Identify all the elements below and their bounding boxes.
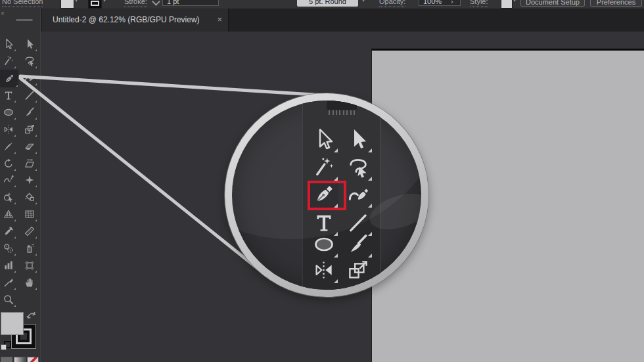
tool-pen[interactable]: [0, 70, 18, 87]
flyout-indicator-icon: [35, 101, 37, 102]
puppet-warp-icon: [3, 174, 14, 186]
tool-rotate[interactable]: [1, 156, 16, 171]
stroke-weight-chevron-icon[interactable]: [152, 0, 160, 6]
style-caret-icon[interactable]: ▾: [513, 0, 516, 6]
tool-type[interactable]: [1, 87, 16, 103]
flyout-indicator-icon: [334, 148, 338, 152]
flyout-indicator-icon: [14, 219, 16, 221]
tool-line-segment[interactable]: [22, 87, 37, 103]
tool-perspective-grid[interactable]: [1, 206, 16, 222]
hand-icon: [24, 277, 35, 288]
preferences-button[interactable]: Preferences: [590, 0, 642, 7]
tool-live-paint[interactable]: [22, 189, 37, 205]
tool-lasso[interactable]: [22, 53, 37, 69]
direct-selection-icon: [24, 38, 35, 50]
stroke-label[interactable]: Stroke:: [124, 0, 147, 7]
tool-direct-selection: [344, 125, 373, 153]
tool-curvature: [344, 181, 373, 208]
tool-mesh[interactable]: [22, 206, 37, 222]
tool-slice[interactable]: [1, 275, 16, 290]
free-transform-icon: [24, 124, 35, 135]
tool-artboard[interactable]: [22, 258, 37, 273]
variable-width-profile-select[interactable]: 5 pt. Round: [297, 0, 358, 7]
flyout-indicator-icon: [35, 185, 37, 187]
flyout-indicator-icon: [14, 237, 16, 238]
type-icon: [3, 89, 14, 101]
flyout-indicator-icon: [14, 152, 16, 154]
default-fill-stroke-icon[interactable]: [1, 341, 10, 350]
magnifier-callout: [225, 93, 428, 297]
flyout-indicator-icon: [14, 101, 16, 102]
tool-paintbrush[interactable]: [22, 104, 37, 120]
mesh-icon: [24, 208, 35, 220]
tab-title: Untitled-2 @ 62.12% (RGB/GPU Preview): [53, 9, 200, 32]
tool-reflect[interactable]: [1, 122, 16, 137]
magic-wand-icon: [312, 156, 336, 179]
opacity-label[interactable]: Opacity:: [379, 0, 405, 7]
eraser-icon: [24, 141, 35, 152]
knife-icon: [3, 141, 14, 152]
tool-blend[interactable]: [1, 240, 16, 256]
tool-measure[interactable]: [22, 223, 37, 239]
flyout-indicator-icon: [35, 271, 37, 273]
paintbrush-icon: [346, 233, 370, 256]
ellipse-icon: [3, 106, 14, 118]
ellipse-icon: [312, 233, 336, 256]
selection-icon: [3, 38, 14, 50]
tab-close-icon[interactable]: ×: [217, 9, 222, 32]
fill-color-swatch[interactable]: [1, 312, 24, 335]
tool-symbol-sprayer[interactable]: [22, 240, 37, 256]
illustrator-window: No Selection ▾ ▾ Stroke: 1 pt 5 pt. Roun…: [0, 0, 644, 362]
tool-free-transform[interactable]: [22, 122, 37, 137]
flyout-indicator-icon: [14, 185, 16, 187]
tool-shape-builder[interactable]: [1, 189, 16, 205]
tool-knife[interactable]: [1, 139, 16, 154]
column-graph-icon: [3, 260, 14, 271]
flyout-indicator-icon: [35, 219, 37, 221]
style-swatch[interactable]: [501, 0, 513, 9]
tool-shaper[interactable]: [22, 172, 37, 188]
none-button[interactable]: [27, 357, 39, 362]
tool-selection: [310, 125, 338, 153]
style-label[interactable]: Style:: [470, 0, 488, 7]
tool-shear[interactable]: [22, 156, 37, 171]
lasso-icon: [346, 156, 370, 179]
swap-fill-stroke-icon[interactable]: [26, 311, 36, 321]
tool-eyedropper[interactable]: [1, 223, 16, 239]
reflect-icon: [312, 258, 336, 282]
stroke-swatch[interactable]: [88, 0, 102, 9]
direct-selection-icon: [346, 127, 370, 151]
stroke-caret-icon[interactable]: ▾: [103, 0, 106, 6]
flyout-arrow-icon[interactable]: ›: [451, 0, 453, 7]
tool-hand[interactable]: [22, 275, 37, 290]
tool-magic-wand[interactable]: [1, 53, 16, 69]
tool-zoom[interactable]: [1, 292, 16, 307]
tool-column-graph[interactable]: [1, 258, 16, 273]
opacity-field[interactable]: 100%: [419, 0, 461, 6]
stroke-swatch-ring: [91, 1, 99, 6]
tool-eraser[interactable]: [22, 139, 37, 154]
tool-selection[interactable]: [1, 36, 16, 52]
flyout-indicator-icon: [368, 148, 372, 152]
tab-bar: Untitled-2 @ 62.12% (RGB/GPU Preview) ×: [41, 9, 644, 32]
document-tab[interactable]: Untitled-2 @ 62.12% (RGB/GPU Preview) ×: [42, 9, 229, 32]
selection-icon: [312, 127, 336, 151]
tool-curvature[interactable]: [22, 70, 37, 86]
profile-caret-icon[interactable]: ▾: [362, 0, 365, 6]
color-button[interactable]: [1, 357, 12, 362]
tool-paintbrush: [344, 231, 373, 258]
fill-swatch[interactable]: [60, 0, 74, 9]
tool-puppet-warp[interactable]: [1, 172, 16, 188]
gradient-button[interactable]: [14, 357, 26, 362]
tool-direct-selection[interactable]: [22, 36, 37, 52]
fill-caret-icon[interactable]: ▾: [75, 0, 78, 6]
flyout-indicator-icon: [334, 279, 338, 283]
selection-status: No Selection: [2, 0, 43, 7]
document-setup-button[interactable]: Document Setup: [520, 0, 585, 7]
zoom-icon: [3, 294, 14, 305]
flyout-indicator-icon: [14, 118, 16, 120]
tool-ellipse[interactable]: [1, 104, 16, 120]
tool-grid: [0, 9, 40, 362]
stroke-weight-field[interactable]: 1 pt: [162, 0, 219, 6]
live-paint-icon: [24, 191, 35, 203]
